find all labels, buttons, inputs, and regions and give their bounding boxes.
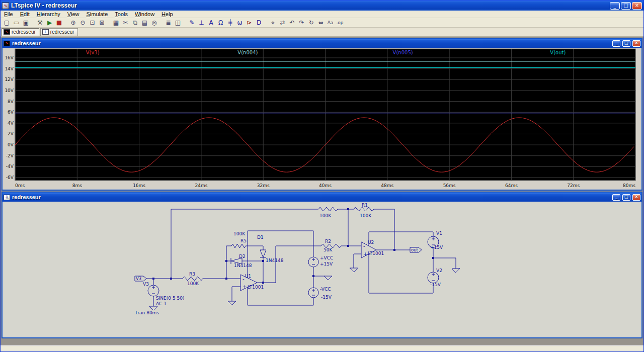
- trace-label[interactable]: V(n005): [393, 50, 413, 55]
- diode-D1[interactable]: [260, 250, 266, 257]
- resistor-R3[interactable]: [183, 277, 203, 281]
- trace-label[interactable]: V(v3): [86, 50, 100, 55]
- waveform-maximize-button[interactable]: [622, 40, 630, 47]
- ground-symbol[interactable]: [452, 269, 460, 273]
- schematic-canvas[interactable]: -+-+V3out100KR1100K100KR5D1D21N41481N414…: [3, 202, 641, 337]
- junction-dot: [152, 278, 154, 280]
- open-icon[interactable]: ▭: [12, 19, 21, 27]
- new-schematic-icon[interactable]: ▢: [2, 19, 12, 27]
- schematic-close-button[interactable]: [632, 194, 640, 201]
- schematic-window-icon: ⊥: [4, 195, 10, 200]
- halt-icon[interactable]: ■: [54, 19, 64, 27]
- tab-schematic[interactable]: ⊥redresseur: [40, 28, 78, 36]
- app-icon: ∿: [2, 3, 9, 9]
- ground-symbol[interactable]: [324, 276, 332, 280]
- opamp-minus-input: -: [363, 243, 365, 249]
- capacitor-icon[interactable]: ╪: [225, 19, 235, 27]
- wire-icon[interactable]: ✎: [187, 19, 197, 27]
- titlebar[interactable]: ∿ LTspice IV - redresseur: [1, 1, 643, 11]
- diode-icon[interactable]: ⊳: [245, 19, 254, 27]
- drag-icon[interactable]: ⇄: [278, 19, 287, 27]
- print-icon[interactable]: ≣: [164, 19, 173, 27]
- waveform-minimize-button[interactable]: [612, 40, 620, 47]
- resistor-icon[interactable]: Ω: [216, 19, 225, 27]
- run-icon[interactable]: ▶: [45, 19, 54, 27]
- schematic-text: LT1001: [368, 251, 384, 256]
- copy-icon[interactable]: ⧉: [130, 19, 140, 27]
- mirror-icon[interactable]: ⇔: [316, 19, 326, 27]
- ground-symbol[interactable]: [350, 268, 358, 272]
- window-title: LTspice IV - redresseur: [11, 2, 608, 9]
- mdi-area: ∿ redresseur 16V14V12V10V8V6V4V2V0V-2V-4…: [1, 37, 643, 345]
- waveform-window-titlebar[interactable]: ∿ redresseur: [3, 39, 641, 48]
- schematic-pane[interactable]: -+-+V3out100KR1100K100KR5D1D21N41481N414…: [3, 202, 641, 337]
- resistor-R1[interactable]: [354, 207, 374, 211]
- waveform-plot[interactable]: 16V14V12V10V8V6V4V2V0V-2V-4V-6V0ms8ms16m…: [3, 48, 641, 190]
- schematic-window-title: redresseur: [12, 194, 41, 200]
- rotate-icon[interactable]: ↻: [306, 19, 316, 27]
- save-icon[interactable]: ▣: [21, 19, 31, 27]
- zoom-full-icon[interactable]: ⊠: [97, 19, 107, 27]
- trace-label[interactable]: V(n004): [237, 50, 258, 55]
- zoom-out-icon[interactable]: ⊖: [78, 19, 88, 27]
- net-label-text: V3: [136, 276, 141, 281]
- zoom-area-icon[interactable]: ⊡: [88, 19, 97, 27]
- waveform-window: ∿ redresseur 16V14V12V10V8V6V4V2V0V-2V-4…: [2, 38, 642, 191]
- control-panel-icon[interactable]: ⚒: [35, 19, 45, 27]
- menu-edit[interactable]: Edit: [17, 11, 33, 18]
- tab-label: redresseur: [50, 29, 74, 35]
- menu-simulate[interactable]: Simulate: [83, 11, 111, 18]
- schematic-tab-icon: ⊥: [42, 29, 49, 35]
- ground-symbol[interactable]: [149, 306, 157, 310]
- waveform-window-title: redresseur: [12, 40, 41, 46]
- y-axis-tick: 10V: [5, 88, 14, 93]
- schematic-minimize-button[interactable]: [612, 194, 620, 201]
- menu-hierarchy[interactable]: Hierarchy: [33, 11, 64, 18]
- paste-icon[interactable]: ▤: [140, 19, 149, 27]
- grid-icon[interactable]: ▦: [111, 19, 121, 27]
- move-icon[interactable]: ⌖: [268, 19, 278, 27]
- x-axis-tick: 16ms: [133, 183, 145, 188]
- resistor-Rtop-100K[interactable]: [318, 207, 338, 211]
- schematic-window-titlebar[interactable]: ⊥ redresseur: [3, 193, 641, 202]
- junction-dot: [432, 257, 434, 259]
- inductor-icon[interactable]: ω: [235, 19, 245, 27]
- menu-view[interactable]: View: [64, 11, 83, 18]
- resistor-R5[interactable]: [231, 244, 246, 248]
- schematic-text: 1N4148: [266, 258, 284, 263]
- schematic-text: R3: [189, 272, 195, 277]
- menu-help[interactable]: Help: [158, 11, 177, 18]
- schematic-text: AC 1: [156, 301, 167, 306]
- net-label-icon[interactable]: A: [206, 19, 216, 27]
- find-icon[interactable]: ◎: [149, 19, 159, 27]
- waveform-pane[interactable]: 16V14V12V10V8V6V4V2V0V-2V-4V-6V0ms8ms16m…: [3, 48, 641, 190]
- schematic-maximize-button[interactable]: [622, 194, 630, 201]
- schematic-text: V2: [436, 268, 442, 273]
- schematic-text: 100K: [360, 213, 372, 218]
- maximize-button[interactable]: [621, 2, 631, 10]
- y-axis-tick: 12V: [5, 77, 14, 82]
- waveform-close-button[interactable]: [632, 40, 640, 47]
- tab-waveform[interactable]: ∿redresseur: [2, 28, 39, 36]
- menu-window[interactable]: Window: [131, 11, 158, 18]
- component-icon[interactable]: D: [254, 19, 264, 27]
- toolbar: ▢▭▣⚒▶■⊕⊖⊡⊠▦✂⧉▤◎≣◫✎⊥AΩ╪ω⊳D⌖⇄↶↷↻⇔Aa.op: [1, 18, 643, 28]
- undo-icon[interactable]: ↶: [287, 19, 297, 27]
- redo-icon[interactable]: ↷: [297, 19, 306, 27]
- spice-directive-icon[interactable]: .op: [335, 19, 345, 27]
- ground-symbol[interactable]: [228, 301, 236, 305]
- junction-dot: [393, 249, 395, 251]
- close-button[interactable]: [632, 2, 642, 10]
- zoom-in-icon[interactable]: ⊕: [68, 19, 78, 27]
- trace-label[interactable]: V(out): [550, 50, 566, 55]
- menu-file[interactable]: File: [1, 11, 17, 18]
- junction-dot: [170, 278, 172, 280]
- schematic-text: +15V: [430, 245, 443, 250]
- print-preview-icon[interactable]: ◫: [173, 19, 183, 27]
- status-bar: [1, 345, 643, 351]
- minimize-button[interactable]: [610, 2, 620, 10]
- menu-tools[interactable]: Tools: [111, 11, 131, 18]
- ground-icon[interactable]: ⊥: [197, 19, 206, 27]
- text-icon[interactable]: Aa: [326, 19, 335, 27]
- cut-icon[interactable]: ✂: [121, 19, 130, 27]
